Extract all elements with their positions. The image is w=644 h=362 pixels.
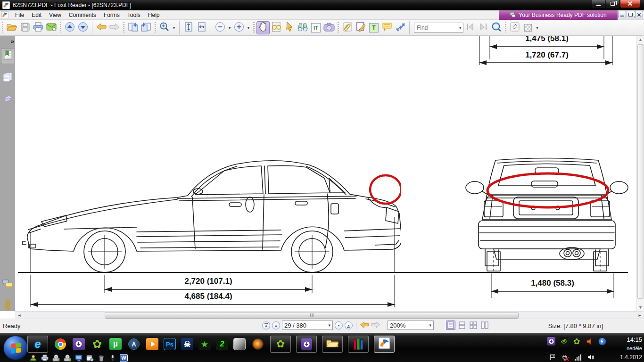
- taskbar-button-foxit[interactable]: [374, 336, 395, 353]
- taskbar-clock[interactable]: 14:15 neděle 1.4.2012: [611, 335, 642, 362]
- comment-bubble-button[interactable]: [380, 21, 394, 34]
- media-player-icon[interactable]: [146, 338, 158, 350]
- highlight-text-button[interactable]: T: [367, 21, 380, 34]
- aimp-icon[interactable]: A: [127, 337, 141, 351]
- restore-button[interactable]: [606, 0, 619, 8]
- menu-edit[interactable]: Edit: [28, 11, 45, 19]
- facing-layout-button[interactable]: [469, 321, 478, 330]
- game-star-icon[interactable]: ★: [198, 338, 211, 350]
- game-skull-icon[interactable]: ☠: [181, 338, 193, 350]
- tray-battlenet-icon[interactable]: [598, 337, 606, 346]
- promo-banner[interactable]: Your Business Ready PDF solution: [499, 10, 618, 20]
- sidebar-tab-comments[interactable]: [1, 277, 14, 293]
- attach-file-button[interactable]: [341, 21, 354, 34]
- pattern-swatch-button[interactable]: [521, 21, 535, 34]
- forward-button[interactable]: [108, 21, 121, 34]
- scroll-left-icon[interactable]: ◂: [15, 312, 24, 319]
- menu-comments[interactable]: Comments: [65, 11, 100, 19]
- scheduler-icon[interactable]: [86, 354, 94, 362]
- continuous-facing-layout-button[interactable]: [480, 321, 489, 330]
- toolbar-grip[interactable]: [123, 22, 124, 33]
- volume-icon[interactable]: [586, 353, 595, 362]
- select-text-button[interactable]: IT: [309, 21, 322, 34]
- email-button[interactable]: [45, 21, 58, 34]
- game-two-icon[interactable]: 2: [216, 338, 228, 350]
- action-center-flag-icon[interactable]: [548, 353, 557, 362]
- last-page-button[interactable]: ▼: [345, 321, 353, 329]
- find-previous-button[interactable]: [463, 21, 477, 34]
- scroll-up-icon[interactable]: ▲: [637, 36, 644, 43]
- photoshop-icon[interactable]: Ps: [164, 338, 176, 350]
- horizontal-scroll-thumb[interactable]: [105, 312, 519, 319]
- taskbar-button-icq[interactable]: ✿: [270, 336, 291, 353]
- next-view-button[interactable]: [76, 21, 90, 34]
- single-page-layout-button[interactable]: [446, 321, 455, 330]
- snapshot-button[interactable]: [322, 21, 336, 34]
- chrome-icon[interactable]: [53, 337, 67, 351]
- fit-width-button[interactable]: [195, 21, 208, 34]
- network-signal-icon[interactable]: [574, 353, 582, 362]
- dvd-burner-icon[interactable]: [63, 354, 71, 362]
- continuous-layout-button[interactable]: [457, 321, 467, 330]
- history-forward-button[interactable]: [371, 321, 380, 329]
- display-settings-icon[interactable]: [74, 354, 83, 362]
- taskbar-button-jdownloader[interactable]: [296, 336, 317, 353]
- taskbar-internet-explorer[interactable]: e: [27, 336, 48, 353]
- sidebar-tab-layers[interactable]: [1, 91, 14, 107]
- find-caret[interactable]: ▾: [458, 25, 463, 30]
- tray-nvidia-icon[interactable]: [560, 337, 568, 346]
- tray-jdownloader-icon[interactable]: [547, 337, 555, 346]
- fit-page-button[interactable]: [182, 21, 195, 34]
- zoom-tool-caret[interactable]: ▾: [171, 21, 177, 34]
- recycle-bin-icon[interactable]: [97, 354, 105, 362]
- page-number-combo[interactable]: 29 / 380 ▾: [282, 321, 333, 330]
- toolbar-grip[interactable]: [253, 22, 255, 33]
- start-button[interactable]: [3, 336, 28, 360]
- sidebar-tab-attachments[interactable]: [1, 298, 14, 314]
- sidebar-tab-pages[interactable]: [1, 70, 14, 86]
- pattern-swatch-caret[interactable]: ▾: [535, 21, 540, 34]
- foxit-document-icon[interactable]: [1, 11, 8, 18]
- search-binoculars-button[interactable]: [296, 21, 309, 34]
- fill-color-button[interactable]: [508, 21, 521, 34]
- zoom-in-caret[interactable]: ▾: [246, 21, 251, 34]
- find-next-button[interactable]: [477, 21, 490, 34]
- zoom-out-caret[interactable]: ▾: [227, 21, 232, 34]
- previous-view-button[interactable]: [63, 21, 76, 34]
- cd-burner-icon[interactable]: [52, 354, 60, 362]
- sidebar-expand-icon[interactable]: »: [11, 38, 14, 45]
- history-back-button[interactable]: [360, 321, 369, 329]
- minimize-button[interactable]: [592, 0, 605, 8]
- next-page-button[interactable]: ▼: [335, 321, 343, 329]
- hand-tool-button[interactable]: [256, 21, 270, 34]
- scroll-right-icon[interactable]: ▸: [636, 312, 644, 319]
- menu-tools[interactable]: Tools: [124, 11, 144, 19]
- sidebar-tab-bookmarks[interactable]: [1, 48, 14, 64]
- share-button[interactable]: [394, 21, 407, 34]
- horizontal-scrollbar[interactable]: ◂ ▸: [15, 311, 644, 319]
- scroll-down-icon[interactable]: ▼: [637, 304, 644, 311]
- save-button[interactable]: [18, 21, 32, 34]
- vertical-scrollbar[interactable]: ▲ ▼: [636, 36, 644, 311]
- select-annotation-button[interactable]: [283, 21, 296, 34]
- reading-mode-button[interactable]: [270, 21, 283, 34]
- utorrent-icon[interactable]: µ: [109, 338, 122, 350]
- first-page-button[interactable]: ▲: [262, 321, 270, 329]
- toolbar-grip[interactable]: [338, 22, 339, 33]
- jdownloader-icon[interactable]: [73, 338, 85, 350]
- photo-thumbnail-icon[interactable]: [233, 338, 246, 350]
- child-minimize-button[interactable]: [618, 11, 626, 18]
- vertical-scroll-thumb[interactable]: [637, 44, 644, 299]
- full-search-button[interactable]: [490, 21, 503, 34]
- taskbar-button-explorer[interactable]: [322, 336, 343, 353]
- microphone-icon[interactable]: [108, 354, 116, 362]
- toolbar-grip[interactable]: [60, 22, 61, 33]
- zoom-combo[interactable]: 200% ▾: [388, 321, 434, 330]
- tray-icq-icon[interactable]: ✿: [572, 337, 581, 346]
- previous-page-button[interactable]: ▲: [272, 321, 280, 329]
- power-plug-icon[interactable]: [561, 353, 570, 362]
- child-restore-button[interactable]: [627, 11, 635, 18]
- menu-help[interactable]: Help: [144, 11, 164, 19]
- toolbar-grip[interactable]: [505, 22, 506, 33]
- menu-file[interactable]: File: [11, 11, 28, 19]
